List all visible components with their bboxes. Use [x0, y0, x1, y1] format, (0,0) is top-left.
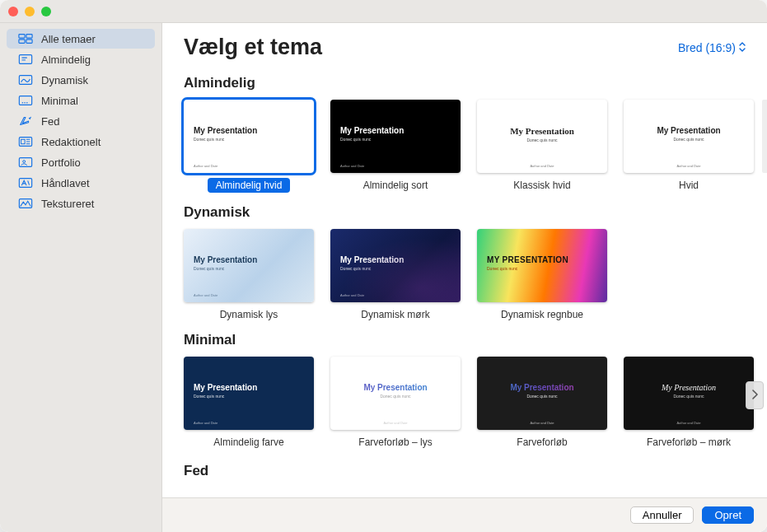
sidebar-item-bold[interactable]: Fed — [7, 111, 155, 131]
svg-rect-20 — [19, 199, 31, 208]
slide-title: My Presentation — [194, 126, 257, 135]
theme-label: Almindelig sort — [363, 180, 428, 191]
svg-rect-8 — [19, 96, 31, 105]
slide-subtitle: Donec quis nunc — [624, 137, 754, 142]
sidebar-item-label: Portfolio — [41, 156, 81, 169]
theme-thumbnail[interactable]: My Presentation Donec quis nunc Author a… — [330, 229, 461, 302]
theme-basic-white[interactable]: My Presentation Donec quis nunc Author a… — [184, 100, 314, 193]
slide-title: My Presentation — [340, 255, 404, 264]
svg-point-9 — [22, 102, 24, 104]
theme-scroll-area[interactable]: Almindelig My Presentation Donec quis nu… — [162, 63, 767, 497]
close-window-button[interactable] — [8, 7, 18, 16]
editorial-icon — [18, 135, 33, 148]
cancel-button[interactable]: Annuller — [630, 506, 695, 524]
theme-basic-color[interactable]: My Presentation Donec quis nunc Author a… — [184, 357, 314, 448]
all-themes-icon — [18, 32, 33, 45]
theme-chooser-window: Alle temaer Almindelig Dynamisk Minimal — [0, 0, 767, 532]
theme-label: Hvid — [679, 180, 699, 191]
slide-title: My Presentation — [194, 383, 257, 392]
svg-rect-0 — [19, 35, 25, 39]
sidebar-item-craft[interactable]: Håndlavet — [7, 173, 155, 193]
theme-thumbnail[interactable]: MY PRESENTATION Donec quis nunc — [477, 229, 607, 302]
row-overflow-peek — [762, 100, 767, 173]
main: Vælg et tema Bred (16:9) Almindelig — [162, 23, 767, 532]
slide-author: Author and Date — [477, 421, 607, 425]
theme-thumbnail[interactable]: My Presentation Donec quis nunc Author a… — [477, 357, 607, 430]
slide-author: Author and Date — [624, 421, 754, 425]
theme-thumbnail[interactable]: My Presentation Donec quis nunc Author a… — [477, 100, 607, 173]
header: Vælg et tema Bred (16:9) — [162, 23, 767, 63]
slide-author: Author and Date — [194, 421, 217, 425]
slide-title: MY PRESENTATION — [487, 255, 568, 264]
slide-subtitle: Donec quis nunc — [477, 394, 607, 399]
svg-rect-13 — [21, 139, 26, 143]
slide-subtitle: Donec quis nunc — [624, 394, 754, 399]
sidebar: Alle temaer Almindelig Dynamisk Minimal — [0, 23, 162, 532]
minimize-window-button[interactable] — [25, 7, 35, 16]
row-next-button[interactable] — [746, 381, 764, 409]
bold-icon — [18, 114, 33, 128]
slide-author: Author and Date — [194, 293, 217, 297]
svg-rect-1 — [26, 35, 32, 39]
sidebar-item-all-themes[interactable]: Alle temaer — [7, 29, 155, 49]
sidebar-item-editorial[interactable]: Redaktionelt — [7, 132, 155, 152]
theme-gradient[interactable]: My Presentation Donec quis nunc Author a… — [477, 357, 607, 448]
theme-row-dynamic: My Presentation Donec quis nunc Author a… — [184, 229, 746, 320]
slide-author: Author and Date — [330, 421, 461, 425]
svg-point-10 — [24, 102, 26, 104]
sidebar-item-label: Almindelig — [41, 54, 91, 66]
sidebar-item-dynamic[interactable]: Dynamisk — [7, 70, 155, 90]
sidebar-item-label: Tekstureret — [41, 198, 94, 210]
theme-thumbnail[interactable]: My Presentation Donec quis nunc Author a… — [330, 100, 461, 173]
aspect-ratio-selector[interactable]: Bred (16:9) — [678, 41, 746, 54]
sidebar-item-basic[interactable]: Almindelig — [7, 49, 155, 69]
theme-basic-black[interactable]: My Presentation Donec quis nunc Author a… — [330, 100, 461, 193]
zoom-window-button[interactable] — [41, 7, 51, 16]
slide-title: My Presentation — [624, 383, 754, 392]
theme-thumbnail[interactable]: My Presentation Donec quis nunc Author a… — [184, 229, 314, 302]
slide-author: Author and Date — [477, 164, 607, 168]
craft-icon — [18, 176, 33, 189]
section-title-dynamic: Dynamisk — [184, 204, 746, 221]
textured-icon — [18, 197, 33, 210]
theme-thumbnail[interactable]: My Presentation Donec quis nunc Author a… — [330, 357, 461, 430]
sidebar-item-minimal[interactable]: Minimal — [7, 91, 155, 110]
theme-thumbnail[interactable]: My Presentation Donec quis nunc Author a… — [184, 357, 314, 430]
slide-subtitle: Donec quis nunc — [330, 394, 461, 399]
theme-dynamic-light[interactable]: My Presentation Donec quis nunc Author a… — [184, 229, 314, 320]
dynamic-icon — [18, 73, 33, 86]
theme-gradient-light[interactable]: My Presentation Donec quis nunc Author a… — [330, 357, 461, 448]
chevron-right-icon — [751, 389, 758, 402]
slide-subtitle: Donec quis nunc — [340, 266, 404, 271]
theme-white[interactable]: My Presentation Donec quis nunc Author a… — [624, 100, 754, 193]
svg-point-11 — [26, 102, 28, 104]
theme-thumbnail[interactable]: My Presentation Donec quis nunc Author a… — [184, 100, 314, 173]
theme-dynamic-rainbow[interactable]: MY PRESENTATION Donec quis nunc Dynamisk… — [477, 229, 607, 320]
svg-rect-17 — [19, 158, 31, 167]
minimal-icon — [18, 94, 33, 107]
theme-dynamic-dark[interactable]: My Presentation Donec quis nunc Author a… — [330, 229, 461, 320]
theme-label: Farveforløb – mørk — [647, 436, 731, 448]
sidebar-item-textured[interactable]: Tekstureret — [7, 194, 155, 213]
slide-title: My Presentation — [194, 255, 257, 264]
theme-label: Farveforløb – lys — [358, 436, 432, 448]
sidebar-item-label: Alle temaer — [41, 33, 96, 45]
slide-subtitle: Donec quis nunc — [194, 394, 257, 399]
theme-thumbnail[interactable]: My Presentation Donec quis nunc Author a… — [624, 357, 754, 430]
slide-title: My Presentation — [340, 126, 404, 135]
section-title-basic: Almindelig — [184, 75, 746, 91]
theme-thumbnail[interactable]: My Presentation Donec quis nunc Author a… — [624, 100, 754, 173]
sidebar-item-portfolio[interactable]: Portfolio — [7, 152, 155, 172]
slide-title: My Presentation — [624, 126, 754, 135]
portfolio-icon — [18, 156, 33, 169]
theme-label: Dynamisk lys — [220, 309, 278, 320]
theme-classic-white[interactable]: My Presentation Donec quis nunc Author a… — [477, 100, 607, 193]
page-title: Vælg et tema — [184, 35, 322, 60]
slide-title: My Presentation — [330, 383, 461, 392]
sidebar-item-label: Håndlavet — [41, 177, 90, 189]
body: Alle temaer Almindelig Dynamisk Minimal — [0, 23, 767, 532]
theme-gradient-dark[interactable]: My Presentation Donec quis nunc Author a… — [624, 357, 754, 448]
create-button[interactable]: Opret — [702, 506, 754, 524]
theme-label: Almindelig farve — [213, 436, 283, 448]
slide-author: Author and Date — [624, 164, 754, 168]
